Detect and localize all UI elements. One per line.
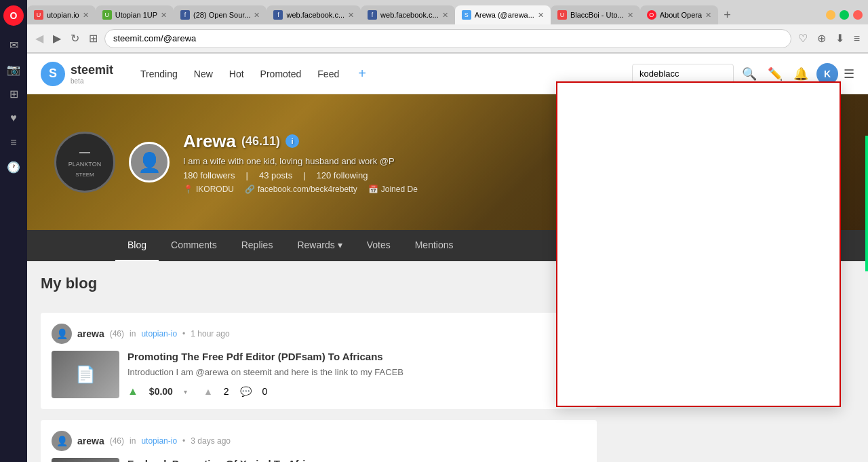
hamburger-menu[interactable]: ☰	[844, 66, 854, 81]
tab-close-facebook1[interactable]: ✕	[254, 11, 260, 20]
tab-blaccboi[interactable]: U BlaccBoi - Uto... ✕	[551, 5, 640, 24]
tab-rewards[interactable]: Rewards ▾	[285, 230, 354, 261]
nav-plus-button[interactable]: +	[358, 66, 366, 81]
tab-utopian[interactable]: U utopian.io ✕	[27, 5, 96, 24]
thumb-placeholder-1: 📄	[75, 365, 96, 384]
heart-icon[interactable]: ♥	[3, 107, 24, 129]
stat-followers[interactable]: 180 followers	[183, 170, 235, 180]
website-text: facebook.com/beck4rebetty	[258, 185, 357, 194]
tab-mentions[interactable]: Mentions	[403, 230, 466, 261]
minimize-button[interactable]	[826, 10, 835, 20]
post-time-text-2: 3 days ago	[191, 436, 231, 446]
tab-votes[interactable]: Votes	[355, 230, 403, 261]
tab-comments[interactable]: Comments	[159, 230, 229, 261]
opera-logo-icon[interactable]: O	[3, 5, 24, 26]
reload-button[interactable]: ↻	[68, 29, 82, 47]
info-icon[interactable]: i	[285, 134, 299, 148]
tab-favicon-facebook2: f	[273, 10, 283, 20]
tab-label-utopian1up: Utopian 1UP	[115, 11, 157, 19]
home-button[interactable]: ⊞	[86, 29, 100, 47]
meta-website[interactable]: 🔗 facebook.com/beck4rebetty	[245, 185, 357, 194]
tab-blog[interactable]: Blog	[115, 230, 159, 261]
post-author-2[interactable]: arewa	[77, 436, 104, 446]
tab-close-blaccboi[interactable]: ✕	[627, 11, 633, 20]
nav-promoted[interactable]: Promoted	[260, 69, 302, 79]
back-button[interactable]: ◀	[33, 29, 46, 47]
vote-count-1: 2	[224, 386, 229, 397]
tab-close-utopian[interactable]: ✕	[83, 11, 89, 20]
post-thumbnail-1: 📄	[52, 351, 119, 398]
blog-title: My blog	[41, 268, 597, 299]
tab-favicon-arewa: S	[462, 10, 471, 20]
notification-button[interactable]: 🔔	[791, 64, 811, 84]
maximize-button[interactable]	[840, 10, 849, 20]
stat-following[interactable]: 120 following	[317, 170, 368, 180]
tab-close-utopian1up[interactable]: ✕	[161, 11, 167, 20]
tab-close-aboutopera[interactable]: ✕	[705, 11, 711, 20]
tab-close-facebook3[interactable]: ✕	[442, 11, 448, 20]
post-rep-2: (46)	[110, 436, 124, 446]
tab-close-facebook2[interactable]: ✕	[348, 11, 354, 20]
edit-button[interactable]: ✏️	[765, 64, 785, 84]
post-community-1[interactable]: utopian-io	[141, 329, 177, 339]
tab-favicon-utopian: U	[34, 10, 43, 20]
search-button[interactable]: 🔍	[739, 64, 760, 84]
post-in-label-1: in	[130, 329, 136, 339]
post-community-2[interactable]: utopian-io	[141, 436, 177, 446]
profile-avatar-wrap: 👤	[129, 142, 170, 182]
nav-feed[interactable]: Feed	[317, 69, 339, 79]
post-title-2[interactable]: Faebook Promotion Of Xmind To Africans	[127, 458, 586, 462]
comment-icon-1[interactable]: 💬	[240, 386, 252, 397]
steemit-logo[interactable]: S steemit beta	[41, 62, 113, 86]
add-site-button[interactable]: ⊕	[814, 29, 829, 47]
tab-utopian1up[interactable]: U Utopian 1UP ✕	[96, 5, 174, 24]
tab-favicon-blaccboi: U	[557, 10, 567, 20]
new-tab-button[interactable]: +	[718, 5, 736, 24]
window-controls	[826, 10, 868, 20]
messages-icon[interactable]: ✉	[3, 34, 24, 56]
address-bar[interactable]	[104, 29, 791, 48]
search-input[interactable]	[632, 64, 734, 83]
post-author-1[interactable]: arewa	[77, 328, 104, 339]
post-meta-2: 👤 arewa (46) in utopian-io • 3 days ago	[52, 431, 586, 451]
tab-facebook2[interactable]: f web.facebook.c... ✕	[267, 5, 361, 24]
profile-score: (46.11)	[241, 134, 280, 149]
nav-new[interactable]: New	[194, 69, 213, 79]
bookmark-button[interactable]: ♡	[795, 29, 810, 47]
tab-label-facebook3: web.facebook.c...	[380, 11, 439, 19]
apps-icon[interactable]: ⊞	[3, 83, 24, 104]
tab-menu-button[interactable]: ≡	[851, 30, 863, 47]
nav-trending[interactable]: Trending	[140, 69, 178, 79]
vote-dropdown-1[interactable]: ▾	[184, 388, 187, 396]
upvote-count-icon-1: ▲	[203, 386, 213, 397]
clock-icon[interactable]: 🕐	[3, 156, 24, 178]
download-button[interactable]: ⬇	[833, 29, 847, 47]
close-button[interactable]	[853, 10, 863, 20]
news-icon[interactable]: ≡	[3, 132, 24, 153]
tab-aboutopera[interactable]: O About Opera ✕	[640, 5, 718, 24]
instagram-icon[interactable]: 📷	[3, 58, 24, 80]
scroll-indicator	[865, 136, 868, 271]
meta-location: 📍 IKORODU	[183, 185, 234, 194]
tab-close-arewa[interactable]: ✕	[538, 11, 544, 20]
stat-posts[interactable]: 43 posts	[259, 170, 292, 180]
steemit-nav: Trending New Hot Promoted Feed +	[140, 66, 632, 81]
popup-overlay	[556, 81, 841, 407]
post-rep-1: (46)	[110, 329, 124, 339]
logo-name: steemit	[71, 63, 113, 77]
upvote-icon-1[interactable]: ▲	[127, 385, 138, 398]
joined-text: Joined De	[381, 185, 418, 194]
browser-chrome: U utopian.io ✕ U Utopian 1UP ✕ f (28) Op…	[27, 0, 868, 54]
post-avatar-2: 👤	[52, 431, 72, 451]
post-title-1[interactable]: Promoting The Free Pdf Editor (PDFsam) T…	[127, 351, 586, 362]
post-actions-1: ▲ $0.00 ▾ ▲ 2 💬 0	[127, 385, 586, 398]
tab-facebook1[interactable]: f (28) Open Sour... ✕	[174, 5, 267, 24]
tab-replies[interactable]: Replies	[229, 230, 285, 261]
forward-button[interactable]: ▶	[50, 29, 64, 47]
tab-arewa[interactable]: S Arewa (@arewa... ✕	[455, 5, 551, 24]
tab-facebook3[interactable]: f web.facebook.c... ✕	[361, 5, 455, 24]
thumb-image-1: 📄	[52, 351, 119, 398]
post-time-text-1: 1 hour ago	[191, 329, 229, 339]
nav-hot[interactable]: Hot	[229, 69, 244, 79]
rank-symbol: —	[68, 146, 101, 160]
